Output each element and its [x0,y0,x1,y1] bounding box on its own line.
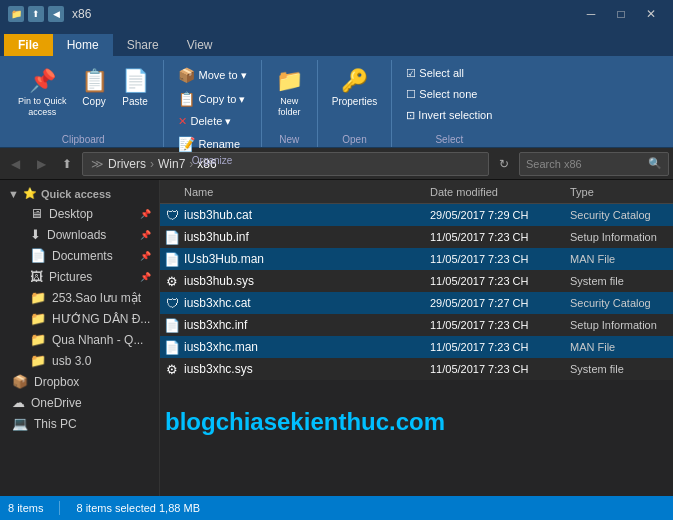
folder-huong-dan-label: HƯỚNG DẪN Đ... [52,312,150,326]
copy-label: Copy [82,96,105,107]
file-row[interactable]: 🛡 iusb3hub.cat 29/05/2017 7:29 CH Securi… [160,204,673,226]
col-header-name[interactable]: Name [160,186,430,198]
path-win7[interactable]: Win7 [158,157,185,171]
delete-button[interactable]: ✕ Delete ▾ [172,112,253,131]
new-folder-button[interactable]: 📁 Newfolder [270,64,309,122]
tab-view[interactable]: View [173,34,227,56]
sidebar-item-downloads[interactable]: ⬇ Downloads 📌 [0,224,159,245]
ribbon-group-select: ☑ Select all ☐ Select none ⊡ Invert sele… [392,60,506,147]
minimize-button[interactable]: ─ [577,4,605,24]
file-type-8: System file [570,363,673,375]
properties-label: Properties [332,96,378,107]
sidebar-item-this-pc[interactable]: 💻 This PC [0,413,159,434]
file-type-1: Security Catalog [570,209,673,221]
downloads-pin-icon: 📌 [140,230,151,240]
sidebar-item-qua-nhanh[interactable]: 📁 Qua Nhanh - Q... [0,329,159,350]
close-button[interactable]: ✕ [637,4,665,24]
sidebar-item-onedrive[interactable]: ☁ OneDrive [0,392,159,413]
copy-to-icon: 📋 [178,91,195,107]
file-date-7: 11/05/2017 7:23 CH [430,341,570,353]
desktop-icon: 🖥 [30,206,43,221]
pin-to-quick-access-button[interactable]: 📌 Pin to Quickaccess [12,64,73,122]
pin-icon: 📌 [29,68,56,94]
back-button[interactable]: ◀ [4,153,26,175]
sidebar-item-quick-access[interactable]: ▼ ⭐ Quick access [0,184,159,203]
file-name-8: iusb3xhc.sys [184,362,430,376]
file-row[interactable]: ⚙ iusb3xhc.sys 11/05/2017 7:23 CH System… [160,358,673,380]
tab-home[interactable]: Home [53,34,113,56]
file-inf-icon-2: 📄 [160,318,184,333]
ribbon: 📌 Pin to Quickaccess 📋 Copy 📄 Paste Clip… [0,56,673,148]
tab-file[interactable]: File [4,34,53,56]
ribbon-group-open: 🔑 Properties Open [318,60,393,147]
move-to-button[interactable]: 📦 Move to ▾ [172,64,253,86]
file-man-icon-1: 📄 [160,252,184,267]
tab-share[interactable]: Share [113,34,173,56]
file-date-3: 11/05/2017 7:23 CH [430,253,570,265]
window-controls[interactable]: ─ □ ✕ [577,4,665,24]
dropbox-label: Dropbox [34,375,79,389]
file-name-6: iusb3xhc.inf [184,318,430,332]
col-header-date[interactable]: Date modified [430,186,570,198]
copy-button[interactable]: 📋 Copy [75,64,114,111]
copy-to-button[interactable]: 📋 Copy to ▾ [172,88,253,110]
sidebar-item-desktop[interactable]: 🖥 Desktop 📌 [0,203,159,224]
file-date-5: 29/05/2017 7:27 CH [430,297,570,309]
properties-icon: 🔑 [341,68,368,94]
documents-icon: 📄 [30,248,46,263]
file-type-4: System file [570,275,673,287]
paste-button[interactable]: 📄 Paste [116,64,155,111]
new-buttons: 📁 Newfolder [270,60,309,134]
properties-button[interactable]: 🔑 Properties [326,64,384,111]
copy-to-label: Copy to ▾ [199,93,246,106]
forward-button[interactable]: ▶ [30,153,52,175]
refresh-button[interactable]: ↻ [493,153,515,175]
file-row[interactable]: 📄 iusb3xhc.man 11/05/2017 7:23 CH MAN Fi… [160,336,673,358]
status-separator [59,501,60,515]
col-header-type[interactable]: Type [570,186,673,198]
file-date-6: 11/05/2017 7:23 CH [430,319,570,331]
file-name-1: iusb3hub.cat [184,208,430,222]
path-sep-1: › [150,157,154,171]
maximize-button[interactable]: □ [607,4,635,24]
file-type-3: MAN File [570,253,673,265]
sidebar-item-usb[interactable]: 📁 usb 3.0 [0,350,159,371]
rename-button[interactable]: 📝 Rename [172,133,253,155]
quick-access-label: Quick access [41,188,111,200]
sidebar-item-documents[interactable]: 📄 Documents 📌 [0,245,159,266]
file-name-4: iusb3hub.sys [184,274,430,288]
folder-253-label: 253.Sao lưu mật [52,291,141,305]
selected-info: 8 items selected 1,88 MB [76,502,200,514]
ribbon-tabs: File Home Share View [0,28,673,56]
file-row[interactable]: 🛡 iusb3xhc.cat 29/05/2017 7:27 CH Securi… [160,292,673,314]
search-box[interactable]: Search x86 🔍 [519,152,669,176]
path-drivers[interactable]: Drivers [108,157,146,171]
sidebar-item-253[interactable]: 📁 253.Sao lưu mật [0,287,159,308]
sidebar-item-dropbox[interactable]: 📦 Dropbox [0,371,159,392]
file-name-5: iusb3xhc.cat [184,296,430,310]
file-row[interactable]: ⚙ iusb3hub.sys 11/05/2017 7:23 CH System… [160,270,673,292]
sidebar-item-huong-dan[interactable]: 📁 HƯỚNG DẪN Đ... [0,308,159,329]
file-type-6: Setup Information [570,319,673,331]
file-cat-icon-2: 🛡 [160,296,184,311]
file-type-7: MAN File [570,341,673,353]
address-path[interactable]: ≫ Drivers › Win7 › x86 [82,152,489,176]
sidebar-item-pictures[interactable]: 🖼 Pictures 📌 [0,266,159,287]
sidebar: ▼ ⭐ Quick access 🖥 Desktop 📌 ⬇ Downloads… [0,180,160,496]
new-folder-icon: 📁 [276,68,303,94]
onedrive-icon: ☁ [12,395,25,410]
file-row[interactable]: 📄 IUsb3Hub.man 11/05/2017 7:23 CH MAN Fi… [160,248,673,270]
file-row[interactable]: 📄 iusb3hub.inf 11/05/2017 7:23 CH Setup … [160,226,673,248]
file-sys-icon-1: ⚙ [160,274,184,289]
select-all-button[interactable]: ☑ Select all [400,64,498,83]
folder-huong-dan-icon: 📁 [30,311,46,326]
delete-label: Delete ▾ [191,115,232,128]
invert-selection-button[interactable]: ⊡ Invert selection [400,106,498,125]
select-buttons: ☑ Select all ☐ Select none ⊡ Invert sele… [400,60,498,125]
select-none-button[interactable]: ☐ Select none [400,85,498,104]
file-row[interactable]: 📄 iusb3xhc.inf 11/05/2017 7:23 CH Setup … [160,314,673,336]
onedrive-label: OneDrive [31,396,82,410]
file-cat-icon-1: 🛡 [160,208,184,223]
desktop-label: Desktop [49,207,93,221]
up-button[interactable]: ⬆ [56,153,78,175]
